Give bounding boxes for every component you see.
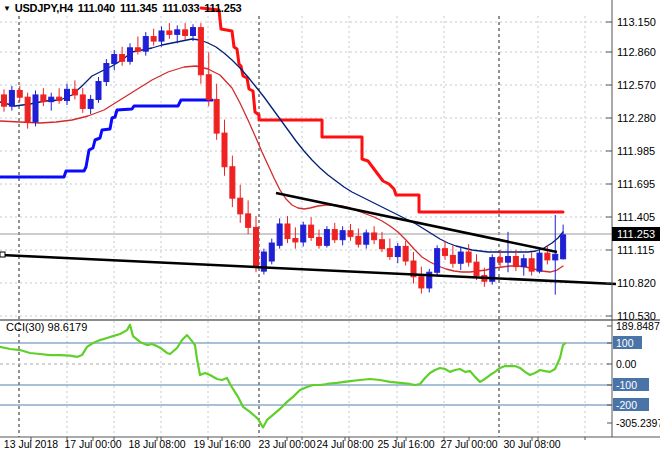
bull-candle-body (175, 30, 180, 34)
bear-candle-body (403, 246, 408, 261)
bear-candle-body (466, 252, 471, 262)
trendline-handle[interactable] (0, 252, 5, 257)
bear-candle-body (293, 239, 298, 242)
bear-candle-body (498, 258, 503, 262)
bull-candle-body (65, 89, 70, 100)
current-price-badge: 111.253 (612, 227, 660, 241)
price-axis-label: 112.280 (617, 112, 656, 124)
quote-low: 111.033 (162, 2, 199, 14)
quote-open: 111.040 (78, 2, 115, 14)
time-axis-label: 19 Jul 16:00 (193, 438, 250, 450)
bear-candle-body (120, 55, 125, 62)
bear-candle-body (25, 97, 30, 122)
price-axis-label: 113.150 (617, 16, 656, 28)
bear-candle-body (450, 255, 455, 263)
bear-candle-body (443, 249, 448, 256)
time-axis-label: 17 Jul 00:00 (64, 438, 121, 450)
bear-candle-body (348, 231, 353, 237)
price-axis-label: 112.860 (617, 46, 656, 58)
bull-candle-body (324, 230, 329, 246)
bull-candle-body (128, 48, 133, 61)
bull-candle-body (561, 235, 566, 259)
time-axis-label: 24 Jul 08:00 (316, 438, 373, 450)
bear-candle-body (72, 89, 77, 95)
bear-candle-body (332, 230, 337, 240)
time-axis-label: 25 Jul 16:00 (377, 438, 434, 450)
bear-candle-body (372, 233, 377, 240)
price-chart-surface[interactable]: 113.150112.860112.570112.280111.985111.6… (0, 0, 660, 450)
time-axis-label: 27 Jul 00:00 (440, 438, 497, 450)
chart-window: 113.150112.860112.570112.280111.985111.6… (0, 0, 660, 450)
ohlc-quote-line: ▼USDJPY,H4111.040111.345111.033111.253 (3, 2, 246, 14)
bear-candle-body (230, 167, 235, 198)
bear-candle-body (135, 48, 140, 51)
chart-background (0, 0, 660, 450)
cci-axis-label: -305.2397 (616, 417, 660, 429)
bear-candle-body (206, 75, 211, 100)
quote-close: 111.253 (204, 2, 241, 14)
bull-candle-body (301, 225, 306, 242)
bear-candle-body (167, 31, 172, 34)
bull-candle-body (143, 37, 148, 52)
bear-candle-body (246, 214, 251, 227)
bear-candle-body (309, 225, 314, 237)
bear-candle-body (380, 240, 385, 249)
bear-candle-body (474, 262, 479, 275)
bull-candle-body (277, 224, 282, 245)
bull-candle-body (553, 254, 558, 260)
bear-candle-body (2, 95, 7, 106)
bull-candle-body (340, 231, 345, 240)
price-axis-label: 110.820 (617, 277, 656, 289)
bull-candle-body (104, 64, 109, 82)
bear-candle-body (41, 95, 46, 102)
bear-candle-body (17, 90, 22, 97)
bull-candle-body (9, 90, 14, 106)
bear-candle-body (222, 133, 227, 167)
bear-candle-body (214, 99, 219, 133)
price-axis-label: 112.570 (617, 79, 656, 91)
price-axis-label: 111.405 (617, 211, 655, 223)
bear-candle-body (57, 97, 62, 100)
time-axis-label: 23 Jul 00:00 (258, 438, 315, 450)
bull-candle-body (49, 97, 54, 101)
bear-candle-body (198, 28, 203, 75)
price-axis-label: 111.695 (617, 178, 655, 190)
time-axis-label: 13 Jul 2018 (4, 438, 58, 450)
symbol-period-label: USDJPY,H4 (15, 2, 73, 14)
bear-candle-body (356, 236, 361, 244)
bull-candle-body (112, 55, 117, 64)
price-axis-label: 111.115 (617, 244, 654, 256)
symbol-dropdown-icon[interactable]: ▼ (3, 4, 11, 13)
cci-level-badge-label: 100 (616, 337, 634, 349)
time-axis-label: 18 Jul 08:00 (128, 438, 185, 450)
bear-candle-body (151, 37, 156, 41)
bear-candle-body (387, 249, 392, 257)
bear-candle-body (419, 277, 424, 288)
price-axis-label: 111.985 (617, 145, 655, 157)
cci-axis-label: 189.8487 (616, 320, 660, 332)
bear-candle-body (317, 237, 322, 245)
bull-candle-body (521, 259, 526, 267)
bull-candle-body (191, 28, 196, 36)
bull-candle-body (159, 31, 164, 41)
bear-candle-body (529, 259, 534, 271)
time-axis-label: 30 Jul 08:00 (503, 438, 560, 450)
bear-candle-body (238, 198, 243, 214)
bear-candle-body (80, 95, 85, 108)
bull-candle-body (88, 99, 93, 108)
bull-candle-body (537, 253, 542, 271)
bull-candle-body (269, 243, 274, 261)
bear-candle-body (285, 224, 290, 239)
bear-candle-body (183, 30, 188, 36)
quote-high: 111.345 (120, 2, 157, 14)
cci-level-badge-label: -100 (616, 379, 637, 391)
cci-axis-label: 0.00 (616, 358, 637, 370)
bull-candle-body (33, 95, 38, 122)
cci-level-badge-label: -200 (616, 399, 637, 411)
bull-candle-body (435, 249, 440, 273)
bear-candle-body (254, 227, 259, 265)
bull-candle-body (364, 233, 369, 244)
bull-candle-body (506, 257, 511, 263)
bull-candle-body (96, 81, 101, 99)
bull-candle-body (458, 252, 463, 263)
